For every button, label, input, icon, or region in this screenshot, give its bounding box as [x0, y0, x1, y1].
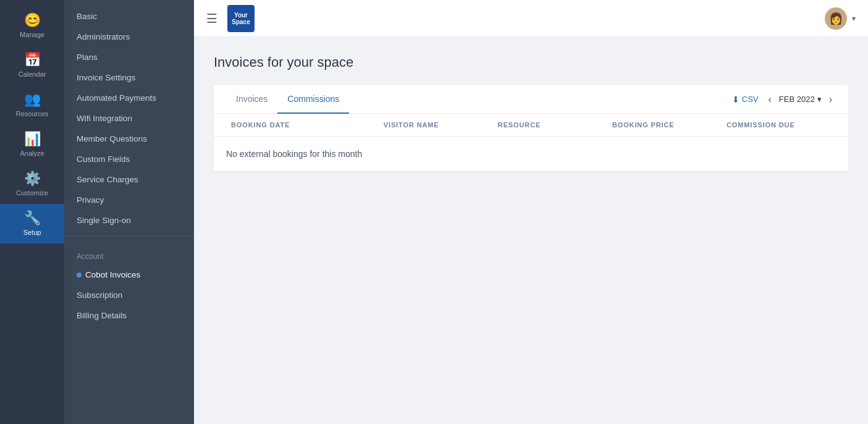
prev-month-button[interactable]: ‹ — [765, 93, 775, 106]
nav-item-label: Analyze — [20, 150, 44, 157]
setup-icon: 🔧 — [24, 211, 41, 225]
sidebar-item-label: Automated Payments — [77, 93, 156, 103]
col-commission-due: COMMISSION DUE — [722, 114, 836, 136]
sidebar-item-label: Basic — [77, 12, 97, 21]
analyze-icon: 📊 — [24, 132, 41, 146]
sidebar-item-privacy[interactable]: Privacy — [64, 190, 194, 210]
sidebar-item-label: Member Questions — [77, 134, 147, 143]
month-nav: ‹ FEB 2022 ▾ › — [765, 93, 836, 106]
sidebar-item-cobot-invoices[interactable]: Cobot Invoices — [64, 265, 194, 285]
sidebar-item-invoice-settings[interactable]: Invoice Settings — [64, 67, 194, 88]
sidebar: BasicAdministratorsPlansInvoice Settings… — [64, 0, 194, 424]
table-empty-message: No external bookings for this month — [214, 137, 848, 171]
hamburger-icon[interactable]: ☰ — [206, 11, 217, 26]
top-bar-right: 👩 ▾ — [825, 7, 856, 30]
sidebar-item-label: Privacy — [77, 195, 104, 205]
logo: Your Space — [227, 5, 255, 32]
logo-text: Your Space — [232, 12, 250, 25]
sidebar-item-administrators[interactable]: Administrators — [64, 27, 194, 47]
sidebar-item-automated-payments[interactable]: Automated Payments — [64, 88, 194, 108]
month-selector[interactable]: FEB 2022 ▾ — [779, 95, 822, 104]
avatar-icon: 👩 — [829, 12, 843, 25]
nav-item-resources[interactable]: 👥 Resources — [0, 85, 64, 125]
chevron-down-icon: ▾ — [817, 95, 822, 104]
customize-icon: ⚙️ — [24, 172, 41, 185]
download-icon: ⬇ — [732, 95, 739, 104]
sidebar-item-plans[interactable]: Plans — [64, 47, 194, 67]
nav-item-label: Manage — [20, 31, 44, 38]
col-booking-price: BOOKING PRICE — [607, 114, 722, 136]
table-header: BOOKING DATE VISITOR NAME RESOURCE BOOKI… — [214, 114, 848, 137]
chevron-down-icon[interactable]: ▾ — [852, 14, 856, 23]
col-resource: RESOURCE — [493, 114, 607, 136]
nav-item-label: Customize — [16, 189, 48, 197]
nav-item-analyze[interactable]: 📊 Analyze — [0, 125, 64, 164]
tab-invoices[interactable]: Invoices — [226, 85, 277, 114]
month-label-text: FEB 2022 — [779, 95, 815, 104]
sidebar-item-label: Custom Fields — [77, 155, 130, 164]
sidebar-item-label: Cobot Invoices — [85, 270, 140, 279]
tabs-right: ⬇ CSV ‹ FEB 2022 ▾ › — [732, 93, 836, 106]
sidebar-item-label: Invoice Settings — [77, 73, 135, 82]
sidebar-item-single-sign-on[interactable]: Single Sign-on — [64, 210, 194, 231]
tabs-bar: Invoices Commissions ⬇ CSV ‹ FEB 2022 ▾ … — [214, 85, 848, 114]
sidebar-item-custom-fields[interactable]: Custom Fields — [64, 149, 194, 169]
resources-icon: 👥 — [24, 93, 41, 106]
sidebar-item-label: Wifi Integration — [77, 114, 132, 123]
nav-item-customize[interactable]: ⚙️ Customize — [0, 164, 64, 204]
sidebar-item-label: Billing Details — [77, 311, 127, 320]
csv-button[interactable]: ⬇ CSV — [732, 95, 759, 104]
sidebar-item-label: Service Charges — [77, 175, 138, 184]
sidebar-item-subscription[interactable]: Subscription — [64, 285, 194, 305]
nav-item-setup[interactable]: 🔧 Setup — [0, 204, 64, 244]
sidebar-item-label: Administrators — [77, 32, 130, 41]
sidebar-item-label: Subscription — [77, 290, 122, 300]
nav-item-label: Calendar — [19, 70, 46, 78]
main-area: ☰ Your Space 👩 ▾ Invoices for your space… — [194, 0, 868, 424]
sidebar-item-member-questions[interactable]: Member Questions — [64, 129, 194, 149]
nav-bar: 😊 Manage 📅 Calendar 👥 Resources 📊 Analyz… — [0, 0, 64, 424]
sidebar-item-service-charges[interactable]: Service Charges — [64, 169, 194, 190]
sidebar-item-label: Plans — [77, 53, 98, 62]
nav-item-label: Setup — [23, 229, 41, 236]
sidebar-item-billing-details[interactable]: Billing Details — [64, 305, 194, 326]
main-card: Invoices Commissions ⬇ CSV ‹ FEB 2022 ▾ … — [214, 85, 848, 171]
next-month-button[interactable]: › — [825, 93, 836, 106]
nav-item-label: Resources — [16, 110, 49, 117]
active-dot — [77, 273, 82, 278]
sidebar-item-label: Single Sign-on — [77, 216, 131, 225]
sidebar-item-basic[interactable]: Basic — [64, 6, 194, 27]
top-bar: ☰ Your Space 👩 ▾ — [194, 0, 868, 37]
nav-item-calendar[interactable]: 📅 Calendar — [0, 46, 64, 85]
content: Invoices for your space Invoices Commiss… — [194, 37, 868, 424]
sidebar-item-wifi-integration[interactable]: Wifi Integration — [64, 108, 194, 129]
manage-icon: 😊 — [24, 14, 41, 27]
col-visitor-name: VISITOR NAME — [379, 114, 493, 136]
account-section-label: Account — [64, 241, 194, 265]
csv-label: CSV — [742, 95, 759, 104]
page-title: Invoices for your space — [214, 54, 848, 70]
nav-item-manage[interactable]: 😊 Manage — [0, 6, 64, 46]
avatar[interactable]: 👩 — [825, 7, 847, 30]
col-booking-date: BOOKING DATE — [226, 114, 379, 136]
calendar-icon: 📅 — [24, 53, 41, 67]
tab-commissions[interactable]: Commissions — [277, 85, 349, 114]
